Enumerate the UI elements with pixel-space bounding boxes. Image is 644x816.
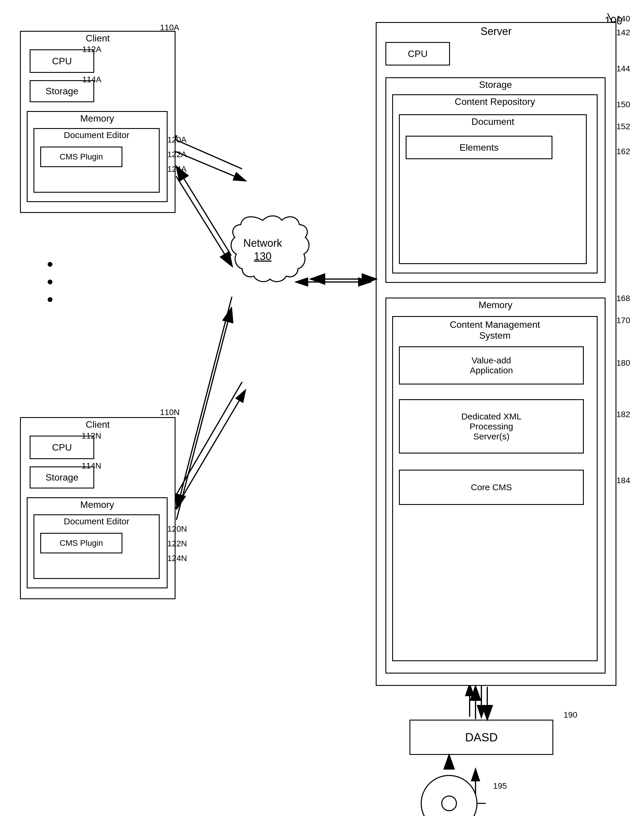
ref-120n: 120N (167, 524, 187, 534)
ref-195: 195 (493, 781, 507, 791)
svg-line-6 (165, 382, 242, 514)
core-cms-label: Core CMS (471, 482, 512, 492)
xml-label: Dedicated XML (461, 412, 521, 421)
ref-144: 144 (616, 64, 630, 74)
ref-170: 170 (616, 316, 630, 325)
content-repo-box: Content Repository Document Elements (392, 94, 598, 274)
value-add-box: Value-add Application (399, 346, 584, 384)
client-a-doceditor-box: Document Editor CMS Plugin (34, 128, 159, 193)
ref-122a: 122A (167, 150, 186, 159)
dasd-label: DASD (465, 731, 498, 744)
client-a-cmsplugin-label: CMS Plugin (60, 152, 103, 161)
client-n-cmsplugin-box: CMS Plugin (40, 533, 123, 553)
ref-140: 140 (616, 14, 630, 23)
xml-label2: Processing (470, 421, 513, 432)
diagram: 100 Client CPU Storage Memory Document E… (0, 0, 644, 816)
ref-114a: 114A (82, 75, 101, 84)
svg-line-24 (177, 297, 232, 508)
dots: ••• (47, 255, 54, 309)
dasd-box: DASD (409, 720, 553, 755)
ref-190: 190 (564, 710, 577, 720)
core-cms-box: Core CMS (399, 470, 584, 505)
server-memory-label: Memory (386, 298, 605, 312)
xml-server-box: Dedicated XML Processing Server(s) (399, 399, 584, 453)
server-box: Server CPU Storage Content Repository Do… (376, 22, 616, 686)
client-n-doceditor-label: Document Editor (34, 515, 159, 527)
svg-point-17 (442, 796, 457, 811)
elements-box: Elements (406, 136, 552, 159)
value-add-label: Value-add (472, 355, 511, 366)
ref-124n: 124N (167, 554, 187, 563)
client-n-cpu-label: CPU (52, 442, 72, 453)
client-n-label: Client (21, 418, 175, 431)
svg-line-25 (176, 309, 231, 520)
ref-152: 152 (616, 122, 630, 131)
svg-text:Network: Network (243, 237, 282, 249)
server-storage-box: Storage Content Repository Document Elem… (385, 77, 606, 283)
client-a-cpu-label: CPU (52, 56, 72, 67)
disk-icon (420, 770, 487, 816)
ref-114n: 114N (81, 461, 101, 470)
client-a-label: Client (21, 32, 175, 45)
server-cpu-label: CPU (408, 48, 428, 59)
client-n-memory-box: Memory Document Editor CMS Plugin (27, 497, 168, 589)
client-a-storage-label: Storage (46, 86, 78, 97)
ref-184: 184 (616, 476, 630, 485)
content-repo-label: Content Repository (393, 95, 597, 108)
client-a-memory-label: Memory (28, 112, 167, 125)
client-a-memory-box: Memory Document Editor CMS Plugin (27, 111, 168, 202)
ref-162: 162 (616, 147, 630, 156)
network-cloud: Network 130 (214, 212, 311, 309)
server-memory-box: Memory Content Management System Value-a… (385, 298, 606, 673)
ref-110a: 110A (160, 23, 179, 32)
cms-label: Content Management System (393, 317, 597, 343)
client-n-box: Client CPU Storage Memory Document Edito… (20, 417, 176, 599)
elements-label: Elements (459, 142, 498, 153)
server-cpu-box: CPU (385, 42, 450, 66)
ref-180: 180 (616, 358, 630, 368)
ref-112n: 112N (81, 431, 101, 441)
client-n-memory-label: Memory (28, 498, 167, 512)
client-a-box: Client CPU Storage Memory Document Edito… (20, 31, 176, 213)
ref-110n: 110N (160, 408, 179, 417)
document-box: Document Elements (399, 114, 587, 264)
server-label: Server (377, 23, 615, 39)
client-a-cmsplugin-box: CMS Plugin (40, 147, 123, 167)
ref-124a: 124A (167, 164, 186, 174)
svg-text:130: 130 (254, 250, 271, 262)
client-n-doceditor-box: Document Editor CMS Plugin (34, 514, 159, 579)
ref-112a: 112A (82, 45, 101, 54)
ref-142: 142 (616, 28, 630, 37)
client-n-storage-label: Storage (46, 472, 78, 483)
ref-168: 168 (616, 294, 630, 303)
value-add-label2: Application (470, 366, 513, 375)
cms-box: Content Management System Value-add Appl… (392, 316, 598, 661)
ref-182: 182 (616, 410, 630, 419)
xml-label3: Server(s) (473, 432, 509, 441)
client-a-doceditor-label: Document Editor (34, 129, 159, 141)
document-label: Document (400, 115, 586, 128)
server-storage-label: Storage (386, 78, 605, 91)
ref-122n: 122N (167, 539, 187, 549)
ref-150: 150 (616, 100, 630, 109)
client-n-cmsplugin-label: CMS Plugin (60, 538, 103, 548)
ref-120a: 120A (167, 135, 186, 144)
